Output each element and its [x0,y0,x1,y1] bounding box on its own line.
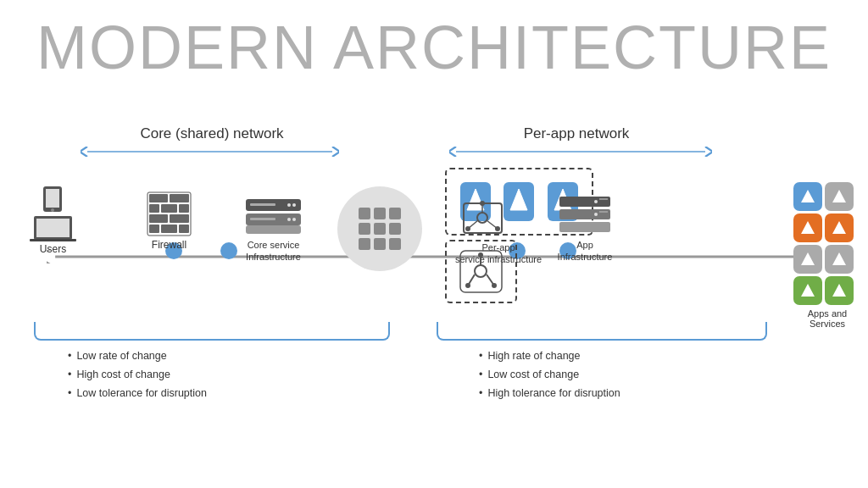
app-tile-5 [793,245,822,274]
bullet-right-2: Low cost of change [479,366,620,385]
app-tile-2 [825,182,854,211]
apps-services-group: Apps and Services [793,182,861,329]
svg-rect-53 [559,209,610,219]
bullet-right-1: High rate of change [479,347,620,366]
app-tile-1 [793,182,822,211]
app-tile-3 [793,214,822,242]
svg-rect-30 [374,208,386,219]
bullet-left-1: Low rate of change [68,347,207,366]
app-tile-7 [793,276,822,305]
svg-point-26 [287,218,291,221]
svg-rect-27 [250,203,275,206]
svg-point-50 [465,226,470,231]
svg-rect-52 [559,197,610,207]
svg-rect-22 [246,225,301,234]
svg-point-57 [594,200,598,203]
app-tile-4 [825,214,854,242]
slide: MODERN ARCHITECTURE Core (shared) networ… [0,0,868,488]
bullet-left-2: High cost of change [68,366,207,385]
bullet-right-3: High tolerance for disruption [479,385,620,403]
svg-rect-54 [559,222,610,232]
users-icon-group: Users [30,186,76,255]
svg-rect-10 [149,194,168,202]
apps-services-label: Apps and Services [793,308,861,329]
svg-rect-14 [179,204,189,213]
core-arrow [81,146,339,158]
svg-rect-31 [389,208,401,219]
firewall-label: Firewall [146,239,192,251]
hub-circle [337,186,422,271]
svg-rect-16 [170,214,189,223]
svg-point-5 [51,208,54,212]
svg-point-23 [292,203,296,207]
svg-rect-28 [250,218,275,220]
app-tile-8 [825,276,854,305]
svg-rect-19 [179,225,189,233]
dashed-box-bottom [445,240,517,303]
svg-point-45 [477,213,487,223]
svg-rect-15 [149,214,168,223]
svg-rect-29 [359,208,370,219]
svg-point-64 [478,252,483,258]
svg-rect-11 [170,194,189,202]
coreservice-label: Core serviceInfrastructure [242,239,305,263]
svg-rect-35 [359,238,370,250]
bullet-right: High rate of change Low cost of change H… [479,347,620,403]
bullet-left: Low rate of change High cost of change L… [68,347,207,403]
svg-rect-8 [30,239,76,241]
svg-point-58 [594,213,598,216]
dot-2 [220,242,237,259]
bullet-left-3: Low tolerance for disruption [68,385,207,403]
svg-rect-37 [389,238,401,250]
core-network-label: Core (shared) network [85,125,339,142]
svg-point-60 [475,265,487,277]
svg-point-49 [480,201,485,206]
svg-point-24 [287,203,291,207]
coreservice-icon-group: Core serviceInfrastructure [242,195,305,263]
svg-rect-32 [359,223,370,235]
bracket-right [437,322,767,341]
svg-rect-4 [46,189,59,208]
page-title: MODERN ARCHITECTURE [25,17,843,78]
bracket-left [34,322,390,341]
svg-point-25 [292,218,296,221]
perapp-network-label: Per-app network [458,125,695,142]
firewall-icon-group: Firewall [146,191,192,251]
svg-point-51 [495,226,500,231]
svg-point-65 [465,283,470,288]
perapp-arrow [449,146,712,158]
svg-rect-34 [389,223,401,235]
svg-rect-36 [374,238,386,250]
app-tile-6 [825,245,854,274]
appinfra-icon-group: AppInfrastructure [555,195,615,263]
svg-rect-13 [161,204,177,213]
svg-rect-7 [36,219,70,237]
svg-rect-18 [161,225,177,233]
svg-rect-12 [149,204,159,213]
appinfra-label: AppInfrastructure [555,239,615,263]
svg-rect-33 [374,223,386,235]
svg-rect-17 [149,225,159,233]
svg-point-66 [492,283,497,288]
users-label: Users [30,243,76,255]
